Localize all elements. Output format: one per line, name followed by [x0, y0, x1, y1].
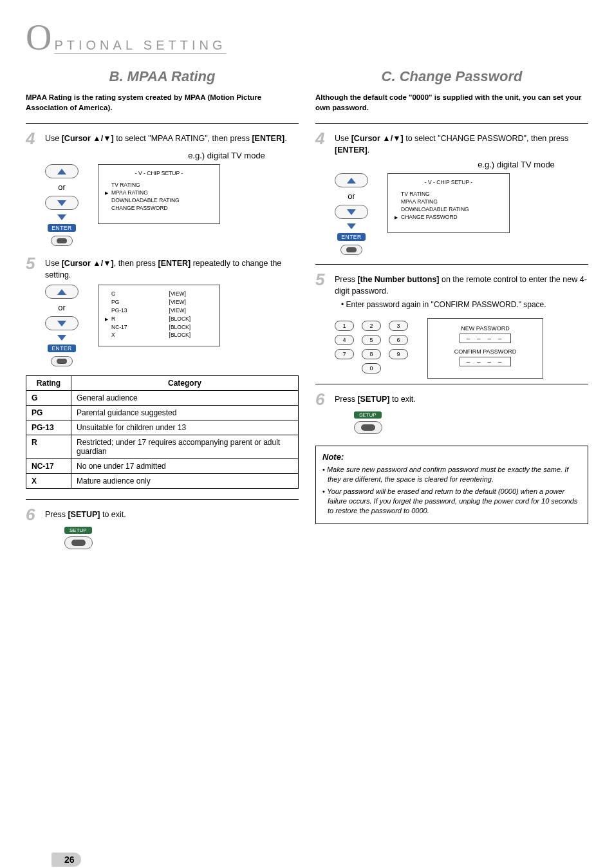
cursor-up-button[interactable]	[45, 285, 79, 299]
step-number: 6	[26, 506, 39, 523]
enter-button[interactable]	[340, 245, 362, 255]
cursor-down-button[interactable]	[45, 196, 79, 210]
cursor-down-button[interactable]	[335, 205, 368, 219]
cursor-button-stack: or ENTER	[335, 173, 368, 255]
key-7[interactable]: 7	[335, 349, 354, 359]
cursor-up-button[interactable]	[45, 164, 79, 178]
osd-rating: PG-13	[111, 307, 150, 315]
osd-rating: X	[111, 332, 150, 339]
note-item: Your password will be erased and return …	[328, 487, 581, 516]
triangle-up-icon	[57, 169, 66, 175]
enter-button-label: ENTER	[48, 344, 75, 352]
password-intro: Although the default code "0000" is supp…	[315, 93, 588, 113]
divider	[315, 264, 588, 265]
step-number: 4	[26, 130, 39, 147]
cell-rating: G	[26, 391, 71, 406]
table-row: NC-17No one under 17 admitted	[26, 459, 299, 474]
osd-vchip-mpaa: - V - CHIP SETUP - TV RATING MPAA RATING…	[98, 164, 220, 224]
step-text: Press [SETUP] to exit.	[45, 509, 299, 521]
osd-item-selected: MPAA RATING	[105, 189, 213, 197]
step-5-right: 5 Press [the Number buttons] on the remo…	[315, 271, 588, 314]
enter-button[interactable]	[51, 356, 73, 366]
triangle-down-icon	[57, 214, 66, 220]
step-6-right: 6 Press [SETUP] to exit.	[315, 391, 588, 408]
osd-state: [BLOCK]	[169, 324, 213, 332]
header-big-letter: O	[26, 19, 51, 55]
section-title-password: C. Change Password	[382, 68, 523, 85]
step-text: Use [Cursor ▲/▼] to select "CHANGE PASSW…	[335, 133, 588, 156]
enter-button-label: ENTER	[48, 224, 75, 232]
divider	[315, 384, 588, 384]
oval-icon	[57, 359, 67, 364]
step-number: 4	[315, 130, 328, 147]
triangle-up-icon	[57, 289, 66, 295]
t: to select "MPAA RATING", then press	[114, 134, 252, 143]
step-text: Press [the Number buttons] on the remote…	[335, 274, 588, 314]
key-8[interactable]: 8	[362, 349, 381, 359]
rating-table: Rating Category GGeneral audience PGPare…	[26, 375, 299, 489]
note-heading: Note:	[322, 451, 581, 463]
cell-category: Restricted; under 17 requires accompanyi…	[71, 435, 299, 459]
setup-button[interactable]	[64, 536, 93, 549]
triangle-down-icon	[347, 209, 356, 215]
osd-item: TV RATING	[105, 182, 213, 189]
th-category: Category	[71, 376, 299, 391]
cursor-down-button[interactable]	[45, 316, 79, 330]
or-text: or	[348, 191, 355, 201]
cell-category: Unsuitable for children under 13	[71, 420, 299, 435]
t: Press	[45, 510, 68, 519]
step-text: Use [Cursor ▲/▼] to select "MPAA RATING"…	[45, 133, 299, 145]
key-6[interactable]: 6	[389, 335, 408, 345]
table-row: PG-13Unsuitable for children under 13	[26, 420, 299, 435]
table-row: PGParental guidance suggested	[26, 406, 299, 420]
cursor-up-button[interactable]	[335, 173, 368, 187]
setup-button[interactable]	[354, 421, 382, 434]
triangle-down-icon	[57, 335, 66, 341]
triangle-down-icon	[57, 321, 66, 326]
enter-button[interactable]	[51, 236, 73, 246]
cursor-button-stack: or ENTER	[45, 285, 79, 366]
cell-rating: PG	[26, 406, 71, 420]
step-6-left: 6 Press [SETUP] to exit.	[26, 506, 299, 523]
cursor-button-stack: or ENTER	[45, 164, 79, 246]
key-9[interactable]: 9	[389, 349, 408, 359]
key-2[interactable]: 2	[362, 321, 381, 331]
osd-item-selected: CHANGE PASSWORD	[395, 214, 503, 222]
key-4[interactable]: 4	[335, 335, 354, 345]
password-panel: NEW PASSWORD – – – – CONFIRM PASSWORD – …	[427, 318, 543, 379]
osd-state: [BLOCK]	[169, 332, 213, 339]
or-text: or	[58, 303, 66, 312]
step-4-right: 4 Use [Cursor ▲/▼] to select "CHANGE PAS…	[315, 130, 588, 156]
osd-title: - V - CHIP SETUP -	[105, 170, 213, 178]
table-row: GGeneral audience	[26, 391, 299, 406]
cursor-label: [Cursor ▲/▼]	[62, 134, 114, 143]
setup-button-label: SETUP	[64, 527, 92, 534]
cell-rating: X	[26, 474, 71, 489]
oval-icon	[71, 540, 86, 546]
enter-label: [ENTER]	[335, 146, 367, 155]
t: , then press	[114, 259, 158, 268]
t: Press	[335, 395, 357, 404]
cell-category: No one under 17 admitted	[71, 459, 299, 474]
divider	[315, 123, 588, 124]
key-5[interactable]: 5	[362, 335, 381, 345]
key-3[interactable]: 3	[389, 321, 408, 331]
t: Use	[45, 259, 62, 268]
osd-vchip-password: - V - CHIP SETUP - TV RATING MPAA RATING…	[387, 173, 510, 233]
cell-rating: PG-13	[26, 420, 71, 435]
confirm-password-label: CONFIRM PASSWORD	[434, 348, 536, 355]
key-0[interactable]: 0	[362, 363, 381, 373]
note-box: Note: Make sure new password and confirm…	[315, 446, 588, 524]
eg-label: e.g.) digital TV mode	[444, 160, 588, 169]
step-text: Press [SETUP] to exit.	[335, 394, 588, 406]
t: Enter password again in "CONFIRM PASSWOR…	[346, 300, 546, 309]
t: .	[367, 146, 369, 155]
osd-item: DOWNLOADABLE RATING	[395, 206, 503, 214]
confirm-password-field: – – – –	[460, 357, 511, 366]
table-row: XMature audience only	[26, 474, 299, 489]
key-1[interactable]: 1	[335, 321, 354, 331]
th-rating: Rating	[26, 376, 71, 391]
section-title-mpaa: B. MPAA Rating	[109, 68, 216, 85]
osd-state: [VIEW]	[169, 307, 213, 315]
step-number: 5	[26, 255, 39, 272]
